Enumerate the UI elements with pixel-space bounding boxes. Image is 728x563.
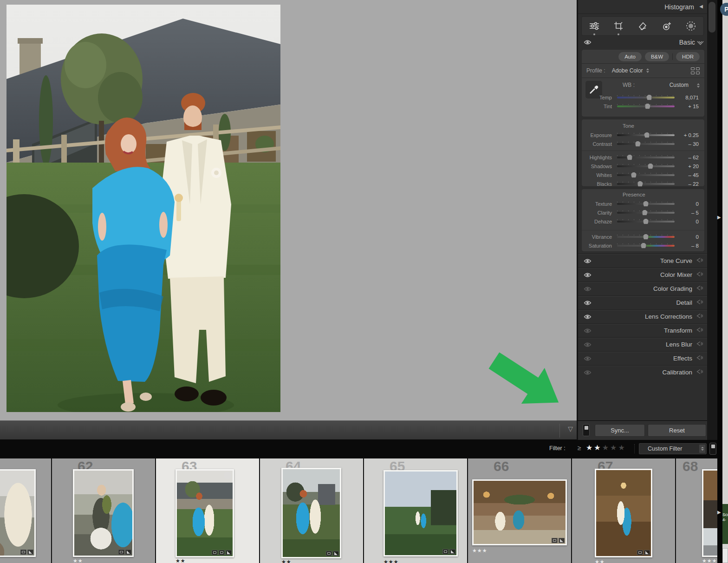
temp-slider[interactable] [617,97,675,98]
auto-button[interactable]: Auto [618,52,642,61]
star-rating[interactable]: ★★★ [702,558,717,563]
filmstrip-cell[interactable]: 66 ★★★ [468,458,571,563]
dropdown-spinner-icon[interactable] [699,445,705,453]
photo-thumbnail[interactable] [177,471,233,556]
thumbnail-frame[interactable] [472,479,567,545]
contrast-slider[interactable] [617,143,675,145]
panel-lens-blur[interactable]: Lens Blur [578,337,707,351]
photo-thumbnail[interactable] [74,471,132,556]
texture-slider[interactable] [617,203,675,205]
panel-effects[interactable]: Effects [578,351,707,365]
basic-panel-header[interactable]: Basic [578,37,707,48]
clarity-slider-thumb[interactable] [642,209,648,216]
exposure-slider[interactable] [617,134,675,136]
tint-slider-thumb[interactable] [644,103,650,109]
thumbnail-frame[interactable] [384,470,458,556]
highlights-value[interactable]: – 62 [678,155,704,160]
quick-collection-icon[interactable] [224,472,231,479]
eye-icon[interactable] [584,286,592,292]
thumbnail-frame[interactable] [73,469,134,557]
sync-button[interactable]: Sync... [595,424,645,437]
crop-badge-icon[interactable] [219,550,225,555]
stack-badge-icon[interactable] [212,550,218,555]
clarity-slider[interactable] [617,212,675,214]
edit-sliders-tool[interactable] [589,20,600,32]
crop-badge-icon[interactable] [552,538,558,543]
star-rating[interactable]: ★★ [176,558,186,563]
eye-icon[interactable] [584,258,592,264]
adjustment-badge-icon[interactable] [559,538,565,543]
hdr-button[interactable]: HDR [676,52,700,61]
exposure-value[interactable]: + 0.25 [678,132,704,138]
filmstrip-cell-selected[interactable]: 65 ★★★ [364,458,467,563]
photo-thumbnail[interactable] [474,481,566,544]
crop-badge-icon[interactable] [20,550,26,555]
thumbnail-frame[interactable] [0,469,36,557]
autosync-toggle-icon[interactable] [583,424,590,436]
basic-eye-icon[interactable] [584,39,592,45]
saturation-slider-thumb[interactable] [641,242,647,249]
shadows-slider-thumb[interactable] [647,163,653,169]
eye-icon[interactable] [584,356,592,361]
photo-thumbnail[interactable] [0,471,34,556]
star-rating[interactable]: ★★ [73,558,83,563]
star-rating[interactable]: ★★★ [384,559,399,563]
eye-icon[interactable] [584,328,592,334]
toolbar-chevron-icon[interactable]: ▽ [568,425,573,432]
thumbnail-frame[interactable] [595,469,652,557]
adjustment-badge-icon[interactable] [644,550,650,555]
texture-slider-thumb[interactable] [643,201,649,207]
eye-icon[interactable] [584,272,592,278]
crop-tool[interactable] [613,20,624,32]
shadows-slider[interactable] [617,165,675,167]
photo-thumbnail[interactable] [385,471,456,555]
blacks-value[interactable]: – 22 [678,181,704,187]
star-rating[interactable]: ★★★ [472,548,488,554]
wb-spinner-icon[interactable] [697,83,700,88]
blacks-slider-thumb[interactable] [637,181,643,187]
rating-filter-stars[interactable]: ★★★★★ [586,443,626,452]
filmstrip-cell-selected[interactable]: 64 ★★ [260,458,363,563]
wb-value[interactable]: Custom [670,82,689,88]
tint-value[interactable]: + 15 [678,104,704,109]
star-rating[interactable]: ★★ [281,559,292,563]
contrast-value[interactable]: – 30 [678,141,704,147]
vibrance-value[interactable]: 0 [678,234,704,240]
thumbnail-frame[interactable] [281,468,341,558]
main-photo[interactable] [6,5,280,412]
shadows-value[interactable]: + 20 [678,164,704,169]
adjustment-badge-icon[interactable] [226,550,232,555]
stars-empty[interactable]: ★★★ [602,444,626,452]
crop-badge-icon[interactable] [637,550,643,555]
whites-slider-thumb[interactable] [630,172,637,178]
temp-slider-thumb[interactable] [646,94,652,100]
photo-thumbnail[interactable] [283,469,340,557]
filmstrip-cell[interactable]: 67 ★★ [572,458,675,563]
vibrance-slider[interactable] [617,236,675,238]
filmstrip-cell[interactable]: 62 ★★ [52,458,155,563]
panel-color-mixer[interactable]: Color Mixer [578,268,707,282]
filmstrip-cell-selected[interactable]: 63 ★★ [156,458,259,563]
thumbnail-frame[interactable] [176,469,234,557]
highlights-slider[interactable] [617,157,675,158]
red-eye-tool[interactable] [661,20,672,32]
temp-value[interactable]: 8,071 [678,95,704,100]
basic-expand-icon[interactable] [697,40,704,47]
stars-filled[interactable]: ★★ [586,444,602,452]
filmstrip-next-icon[interactable]: ▶ [717,510,721,515]
filter-toggle-icon[interactable] [709,443,716,455]
filmstrip-cell[interactable] [0,458,51,563]
crop-badge-icon[interactable] [118,550,124,555]
adjustment-badge-icon[interactable] [125,550,131,555]
contrast-slider-thumb[interactable] [635,141,641,147]
eye-icon[interactable] [584,314,592,320]
whites-value[interactable]: – 45 [678,172,704,178]
eye-icon[interactable] [584,342,592,347]
adjustment-badge-icon[interactable] [333,551,339,556]
saturation-slider[interactable] [617,245,675,247]
profile-spinner-icon[interactable] [646,68,649,73]
whites-slider[interactable] [617,174,675,176]
panel-detail[interactable]: Detail [578,295,707,309]
histogram-collapse-icon[interactable]: ◀ [699,4,703,9]
dehaze-slider-thumb[interactable] [643,218,649,224]
